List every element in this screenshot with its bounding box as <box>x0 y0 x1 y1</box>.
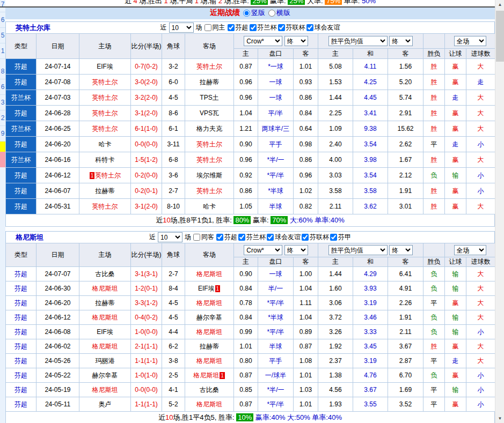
score-cell[interactable]: 3-0(2-0) <box>131 75 162 90</box>
scroll-down-icon[interactable]: ▼ <box>495 414 504 423</box>
away-team-name[interactable]: 英特土尔 <box>196 156 222 164</box>
home-team-cell[interactable]: 玛丽港 <box>79 354 131 368</box>
odds-company-select[interactable]: Crow* <box>244 36 282 46</box>
vertical-radio[interactable] <box>243 10 250 17</box>
score-cell[interactable]: 3-3(1-2) <box>131 296 162 310</box>
away-team-name[interactable]: 格尼斯坦 <box>193 372 219 379</box>
home-team-cell[interactable]: 格尼斯坦 <box>79 281 131 296</box>
away-team-name[interactable]: VPS瓦 <box>200 109 219 117</box>
score-cell[interactable]: 0-2(0-0) <box>131 168 162 183</box>
home-team-cell[interactable]: 拉赫蒂 <box>79 296 131 310</box>
away-team-cell[interactable]: 哈卡 <box>185 199 234 214</box>
score-cell[interactable]: 2-1(1-1) <box>131 339 162 354</box>
home-team-name[interactable]: 奥卢 <box>99 400 112 408</box>
away-team-cell[interactable]: 拉赫蒂 <box>185 75 234 90</box>
home-team-name[interactable]: EIF埃 <box>97 63 113 70</box>
score-cell[interactable]: 3-1(2-0) <box>131 199 162 214</box>
home-team-name[interactable]: 英特土尔 <box>92 94 118 101</box>
score-cell[interactable]: 3-1(3-1) <box>131 267 162 281</box>
home-team-name[interactable]: 科特卡 <box>96 156 115 164</box>
away-team-name[interactable]: 英特土尔 <box>196 140 222 148</box>
home-team-cell[interactable]: 英特土尔 <box>79 90 131 106</box>
home-team-cell[interactable]: 奥卢 <box>79 397 131 412</box>
home-team-cell[interactable]: 英特土尔 <box>79 75 131 90</box>
league-filter[interactable]: 芬超 <box>216 233 237 242</box>
home-team-cell[interactable]: 古比桑 <box>79 267 131 281</box>
away-team-name[interactable]: 格尼斯坦 <box>196 328 222 336</box>
league-filter[interactable]: 芬甲 <box>330 233 351 242</box>
away-team-name[interactable]: 英特土尔 <box>196 63 222 70</box>
home-team-name[interactable]: 古比桑 <box>96 270 115 278</box>
away-team-name[interactable]: 格尼斯坦 <box>196 357 222 365</box>
fulltime-select[interactable]: 全场 <box>454 36 486 46</box>
score-cell[interactable]: 3-2(2-0) <box>131 90 162 106</box>
away-team-cell[interactable]: 古比桑 <box>185 383 234 397</box>
horizontal-radio[interactable] <box>268 10 275 17</box>
home-team-cell[interactable]: 格尼斯坦 <box>79 339 131 354</box>
home-team-name[interactable]: 格尼斯坦 <box>92 285 118 292</box>
away-team-name[interactable]: 哈卡 <box>203 203 216 210</box>
away-team-cell[interactable]: 英特土尔 <box>185 152 234 168</box>
odds-company-select[interactable]: Crow* <box>244 245 282 255</box>
score-cell[interactable]: 1-1(1-1) <box>131 397 162 412</box>
home-team-cell[interactable]: 1英特土尔 <box>79 168 131 183</box>
match-count-select[interactable]: 10 <box>169 23 194 33</box>
score-cell[interactable]: 0-0(0-0) <box>131 383 162 397</box>
away-team-name[interactable]: 格尼斯坦 <box>196 299 222 307</box>
away-team-cell[interactable]: VPS瓦 <box>185 106 234 121</box>
away-team-name[interactable]: TPS土 <box>200 94 218 101</box>
away-team-cell[interactable]: EIF埃1 <box>185 281 234 296</box>
league-checkbox[interactable] <box>228 24 235 31</box>
score-cell[interactable]: 1-5(1-2) <box>131 152 162 168</box>
away-team-cell[interactable]: 拉赫蒂 <box>185 339 234 354</box>
away-team-name[interactable]: 格尼斯坦 <box>196 400 222 408</box>
same-venue-filter[interactable]: 同主 <box>204 23 225 32</box>
home-team-cell[interactable]: 英特土尔 <box>79 199 131 214</box>
same-venue-checkbox[interactable] <box>204 24 211 31</box>
avg-odds-select[interactable]: 胜平负均值 <box>328 36 388 46</box>
home-team-name[interactable]: 赫尔辛基 <box>92 372 118 379</box>
home-team-cell[interactable]: 哈卡 <box>79 137 131 152</box>
league-checkbox[interactable] <box>330 234 337 241</box>
score-cell[interactable]: 0-4(0-2) <box>131 310 162 325</box>
layout-vertical-option[interactable]: 竖版 <box>243 8 265 18</box>
home-team-name[interactable]: 英特土尔 <box>92 203 118 210</box>
home-team-name[interactable]: 拉赫蒂 <box>96 299 115 307</box>
league-checkbox[interactable] <box>216 234 223 241</box>
home-team-name[interactable]: 格尼斯坦 <box>92 343 118 350</box>
league-filter[interactable]: 芬兰杯 <box>238 233 266 242</box>
league-checkbox[interactable] <box>238 234 245 241</box>
home-team-name[interactable]: 英特土尔 <box>92 125 118 132</box>
away-team-cell[interactable]: TPS土 <box>185 90 234 106</box>
home-team-name[interactable]: 英特土尔 <box>92 78 118 86</box>
league-checkbox[interactable] <box>306 24 313 31</box>
score-cell[interactable]: 1-2(0-1) <box>131 281 162 296</box>
away-team-name[interactable]: 格尼斯坦 <box>196 270 222 278</box>
away-team-cell[interactable]: 格尼斯坦 <box>185 267 234 281</box>
score-cell[interactable]: 1-1(1-1) <box>131 354 162 368</box>
away-team-cell[interactable]: 英特土尔 <box>185 183 234 199</box>
away-team-cell[interactable]: 格尼斯坦 <box>185 325 234 339</box>
score-cell[interactable]: 0-7(0-2) <box>131 59 162 75</box>
away-team-name[interactable]: 格力夫克 <box>196 125 222 132</box>
home-team-name[interactable]: 玛丽港 <box>96 357 115 365</box>
home-team-cell[interactable]: 英特土尔 <box>79 106 131 121</box>
avg-final-select[interactable]: 终 <box>389 245 413 255</box>
away-team-cell[interactable]: 英特土尔 <box>185 137 234 152</box>
odds-final-select[interactable]: 终 <box>284 36 308 46</box>
away-team-cell[interactable]: 格力夫克 <box>185 121 234 137</box>
score-cell[interactable]: 1-0(1-0) <box>131 368 162 383</box>
avg-final-select[interactable]: 终 <box>389 36 413 46</box>
score-cell[interactable]: 6-1(1-0) <box>131 121 162 137</box>
home-team-cell[interactable]: 格尼斯坦 <box>79 383 131 397</box>
away-team-name[interactable]: 赫尔辛基 <box>196 314 222 321</box>
layout-horizontal-option[interactable]: 横版 <box>268 8 290 18</box>
home-team-name[interactable]: EIF埃 <box>97 328 113 336</box>
home-team-name[interactable]: 格尼斯坦 <box>92 314 118 321</box>
league-filter[interactable]: 芬联杯 <box>302 233 329 242</box>
home-team-cell[interactable]: 拉赫蒂 <box>79 183 131 199</box>
avg-odds-select[interactable]: 胜平负均值 <box>328 245 388 255</box>
league-filter[interactable]: 芬联杯 <box>278 23 305 32</box>
score-cell[interactable]: 0-2(0-1) <box>131 183 162 199</box>
away-team-cell[interactable]: 英特土尔 <box>185 59 234 75</box>
